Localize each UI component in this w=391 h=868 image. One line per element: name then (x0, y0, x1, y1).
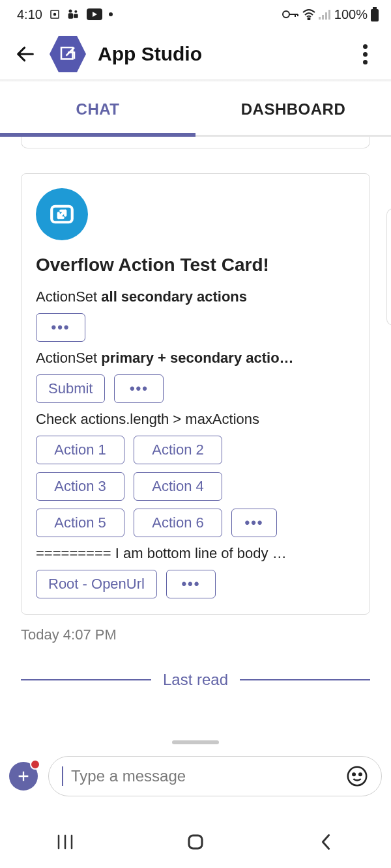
tab-chat[interactable]: CHAT (0, 83, 195, 135)
tab-bar: CHAT DASHBOARD (0, 83, 391, 137)
previous-card-peek (21, 137, 370, 148)
action-1-button[interactable]: Action 1 (36, 436, 124, 464)
tab-indicator (0, 133, 195, 137)
message-timestamp: Today 4:07 PM (21, 626, 386, 643)
status-time: 4:10 (17, 7, 42, 22)
svg-point-7 (283, 11, 289, 18)
svg-rect-10 (322, 15, 324, 20)
action-5-button[interactable]: Action 5 (36, 509, 124, 537)
svg-rect-12 (328, 10, 330, 20)
actionset-2-bold: primary + secondary actio… (101, 350, 293, 366)
actionset-1-label: ActionSet all secondary actions (36, 288, 355, 305)
overflow-actions-button-1[interactable]: ••• (36, 313, 85, 342)
svg-rect-13 (373, 7, 377, 9)
svg-point-8 (308, 18, 310, 20)
drag-handle[interactable] (172, 740, 219, 744)
card-hero-icon (36, 188, 88, 240)
next-card-peek (386, 208, 391, 326)
svg-point-3 (74, 10, 77, 13)
overflow-actions-button-4[interactable]: ••• (166, 570, 216, 598)
card-title: Overflow Action Test Card! (36, 255, 355, 275)
svg-rect-5 (74, 14, 78, 18)
nav-home-button[interactable] (176, 829, 215, 855)
battery-percent: 100% (334, 7, 368, 22)
tab-dashboard[interactable]: DASHBOARD (195, 83, 391, 135)
svg-point-1 (53, 14, 55, 16)
svg-rect-9 (319, 17, 321, 20)
action-6-button[interactable]: Action 6 (134, 509, 222, 537)
chevron-left-icon (319, 833, 332, 851)
svg-point-17 (348, 767, 366, 785)
dot-icon (363, 44, 368, 49)
expand-icon (48, 201, 76, 228)
svg-point-18 (353, 773, 355, 775)
action-2-button[interactable]: Action 2 (134, 436, 222, 464)
adaptive-card: Overflow Action Test Card! ActionSet all… (21, 173, 370, 615)
emoji-button[interactable] (346, 765, 368, 787)
action-4-button[interactable]: Action 4 (134, 472, 222, 501)
overflow-actions-button-2[interactable]: ••• (114, 374, 164, 403)
chat-scroll-area[interactable]: Overflow Action Test Card! ActionSet all… (0, 137, 391, 742)
text-cursor (62, 766, 63, 786)
back-button[interactable] (13, 42, 38, 66)
recents-icon (56, 834, 74, 850)
message-placeholder: Type a message (71, 767, 338, 785)
action-3-button[interactable]: Action 3 (36, 472, 124, 501)
actionset-1-prefix: ActionSet (36, 288, 101, 305)
home-icon (186, 832, 205, 852)
overflow-menu-button[interactable] (352, 44, 378, 64)
teams-icon (67, 8, 80, 20)
app-logo-icon (50, 36, 86, 72)
overflow-actions-button-3[interactable]: ••• (231, 509, 277, 537)
app-title: App Studio (98, 43, 340, 65)
composer-panel: Type a message (0, 738, 391, 816)
app-bar: App Studio (0, 29, 391, 79)
actionset-2-label: ActionSet primary + secondary actio… (36, 350, 355, 367)
divider-line (21, 679, 151, 680)
battery-icon (370, 7, 379, 21)
svg-rect-14 (371, 9, 379, 21)
svg-rect-4 (68, 13, 74, 18)
nav-recents-button[interactable] (46, 829, 85, 855)
crop-icon (49, 8, 61, 20)
svg-rect-11 (325, 12, 327, 20)
vpn-key-icon (282, 10, 299, 19)
signal-icon (319, 9, 332, 20)
arrow-left-icon (14, 43, 36, 65)
svg-point-19 (359, 773, 361, 775)
svg-point-2 (68, 10, 72, 13)
card-bottom-text: ========= I am bottom line of body … (36, 545, 355, 562)
message-input[interactable]: Type a message (48, 756, 382, 796)
status-dot-icon (109, 12, 113, 16)
actionset-3-label: Check actions.length > maxActions (36, 411, 355, 428)
root-openurl-button[interactable]: Root - OpenUrl (36, 570, 157, 598)
youtube-icon (87, 8, 102, 20)
plus-icon (16, 769, 31, 783)
notification-badge (30, 759, 40, 770)
dot-icon (363, 60, 368, 64)
dot-icon (363, 52, 368, 57)
last-read-marker: Last read (21, 671, 370, 689)
actionset-2-prefix: ActionSet (36, 350, 101, 366)
android-nav-bar (0, 816, 391, 868)
wifi-icon (302, 8, 316, 20)
last-read-label: Last read (163, 671, 228, 689)
actionset-1-bold: all secondary actions (101, 288, 247, 305)
nav-back-button[interactable] (306, 829, 345, 855)
status-bar: 4:10 100% (0, 0, 391, 29)
compose-add-button[interactable] (9, 762, 38, 791)
submit-button[interactable]: Submit (36, 374, 105, 403)
divider-line (240, 679, 370, 680)
svg-rect-20 (189, 835, 202, 848)
smile-icon (346, 765, 368, 787)
divider (0, 79, 391, 82)
